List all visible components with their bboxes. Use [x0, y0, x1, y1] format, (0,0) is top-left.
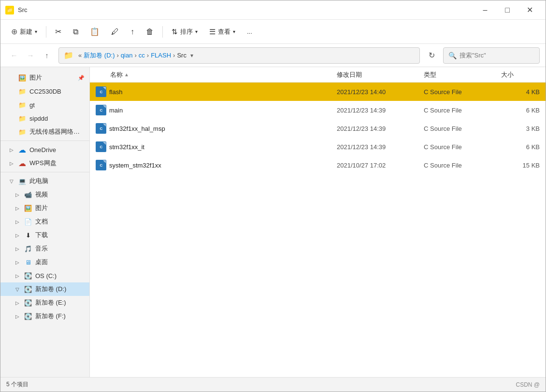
toolbar-divider-2 — [162, 26, 163, 38]
file-icon-area: C — [96, 141, 109, 152]
pc-icon: 💻 — [18, 177, 27, 185]
breadcrumb-drive-icon: 📁 — [64, 51, 73, 60]
search-box[interactable]: 🔍 — [443, 47, 540, 64]
folder-icon: 📁 — [18, 100, 27, 109]
video-icon: 📹 — [24, 190, 32, 199]
file-type: C Source File — [424, 88, 501, 96]
close-button[interactable]: ✕ — [518, 0, 541, 20]
main-content: 🖼️ 图片 📌 📁 CC2530DB 📁 gt 📁 sipddd — [0, 67, 546, 377]
file-date: 2021/12/23 14:39 — [337, 107, 424, 114]
copy-button[interactable]: ⧉ — [68, 25, 83, 39]
sidebar-item-gt[interactable]: 📁 gt — [0, 98, 89, 112]
app-icon: 📁 — [5, 6, 14, 14]
back-button[interactable]: ← — [6, 48, 22, 63]
refresh-button[interactable]: ↻ — [424, 48, 439, 63]
sidebar-item-wps[interactable]: ▷ ☁ WPS网盘 — [0, 156, 89, 170]
paste-icon: 📋 — [90, 27, 100, 36]
share-icon: ↑ — [130, 28, 134, 36]
sidebar-item-cc2530db[interactable]: 📁 CC2530DB — [0, 84, 89, 98]
cut-button[interactable]: ✂ — [50, 24, 66, 39]
delete-button[interactable]: 🗑 — [141, 25, 158, 39]
paste-button[interactable]: 📋 — [85, 24, 104, 39]
table-row[interactable]: C flash 2021/12/23 14:40 C Source File 4… — [90, 83, 546, 101]
file-type: C Source File — [424, 107, 501, 114]
file-name: flash — [109, 88, 337, 96]
file-size: 15 KB — [501, 162, 540, 169]
maximize-button[interactable]: □ — [496, 0, 518, 20]
file-size: 4 KB — [501, 88, 540, 96]
table-row[interactable]: C main 2021/12/23 14:39 C Source File 6 … — [90, 101, 546, 119]
expand-icon: ▷ — [14, 245, 21, 252]
up-button[interactable]: ↑ — [39, 48, 55, 63]
file-name: system_stm32f1xx — [109, 162, 337, 169]
rename-button[interactable]: 🖊 — [106, 25, 124, 39]
share-button[interactable]: ↑ — [126, 25, 139, 39]
breadcrumb-flash[interactable]: FLASH — [151, 52, 171, 59]
c-source-icon: C — [96, 105, 106, 115]
expand-icon: ▷ — [8, 160, 15, 167]
pin-icon: 📌 — [78, 75, 85, 81]
file-name: stm32f1xx_hal_msp — [109, 125, 337, 132]
sidebar-item-osc[interactable]: ▷ 💽 OS (C:) — [0, 269, 89, 282]
sidebar-item-video[interactable]: ▷ 📹 视频 — [0, 188, 89, 201]
expand-icon: ▷ — [14, 218, 21, 225]
expand-icon: ▷ — [14, 191, 21, 198]
col-header-name[interactable]: 名称 ▲ — [96, 70, 337, 79]
breadcrumb-d-drive[interactable]: 新加卷 (D:) — [84, 51, 115, 60]
sidebar-item-wireless[interactable]: 📁 无线传感器网络… — [0, 125, 89, 139]
file-icon-area: C — [96, 86, 109, 97]
sidebar-divider-1 — [0, 140, 89, 141]
expand-icon — [8, 128, 15, 135]
file-date: 2021/12/23 14:39 — [337, 143, 424, 151]
sidebar-item-music[interactable]: ▷ 🎵 音乐 — [0, 242, 89, 255]
file-size: 3 KB — [501, 125, 540, 132]
sidebar-item-docs[interactable]: ▷ 📄 文档 — [0, 215, 89, 228]
col-header-type[interactable]: 类型 — [424, 70, 501, 79]
sidebar-item-downloads[interactable]: ▷ ⬇ 下载 — [0, 228, 89, 242]
sidebar-item-onedrive[interactable]: ▷ ☁ OneDrive — [0, 143, 89, 156]
sidebar-item-thispc[interactable]: ▽ 💻 此电脑 — [0, 174, 89, 188]
sidebar-item-e-drive[interactable]: ▷ 💽 新加卷 (E:) — [0, 296, 89, 309]
sort-button[interactable]: ⇅ 排序 ▾ — [167, 25, 202, 39]
sidebar-item-f-drive[interactable]: ▷ 💽 新加卷 (F:) — [0, 309, 89, 323]
expand-icon: ▷ — [8, 146, 15, 153]
sort-arrow: ▲ — [124, 72, 129, 77]
view-button[interactable]: ☰ 查看 ▾ — [204, 25, 240, 39]
sidebar-item-d-drive[interactable]: ▽ 💽 新加卷 (D:) — [0, 282, 89, 296]
downloads-icon: ⬇ — [24, 231, 32, 239]
file-icon-area: C — [96, 105, 109, 115]
more-button[interactable]: ... — [242, 25, 257, 38]
breadcrumb[interactable]: 📁 « 新加卷 (D:) › qian › cc › FLASH › Src ▾ — [58, 47, 420, 64]
sidebar: 🖼️ 图片 📌 📁 CC2530DB 📁 gt 📁 sipddd — [0, 67, 90, 377]
sidebar-item-pictures2[interactable]: ▷ 🖼️ 图片 — [0, 201, 89, 215]
table-row[interactable]: C system_stm32f1xx 2021/10/27 17:02 C So… — [90, 156, 546, 174]
breadcrumb-qian[interactable]: qian — [121, 52, 133, 59]
sidebar-item-sipddd[interactable]: 📁 sipddd — [0, 112, 89, 125]
new-button[interactable]: ⊕ 新建 ▾ — [6, 24, 42, 39]
breadcrumb-cc[interactable]: cc — [139, 52, 145, 59]
search-input[interactable] — [460, 52, 534, 59]
col-header-size[interactable]: 大小 — [501, 70, 540, 79]
breadcrumb-chevron[interactable]: ▾ — [190, 52, 193, 59]
file-date: 2021/12/23 14:39 — [337, 125, 424, 132]
f-drive-icon: 💽 — [24, 312, 32, 321]
search-icon: 🔍 — [448, 52, 457, 59]
expand-icon: ▽ — [14, 286, 21, 293]
file-name: stm32f1xx_it — [109, 143, 337, 151]
expand-icon: ▷ — [14, 259, 21, 266]
osc-icon: 💽 — [24, 271, 32, 280]
minimize-button[interactable]: – — [474, 0, 496, 20]
status-count: 5 个项目 — [6, 380, 29, 389]
table-row[interactable]: C stm32f1xx_hal_msp 2021/12/23 14:39 C S… — [90, 119, 546, 138]
toolbar: ⊕ 新建 ▾ ✂ ⧉ 📋 🖊 ↑ 🗑 ⇅ 排序 ▾ ☰ 查 — [0, 20, 546, 44]
file-size: 6 KB — [501, 143, 540, 151]
status-bar: 5 个项目 CSDN @ — [0, 377, 546, 392]
sidebar-item-pictures[interactable]: 🖼️ 图片 📌 — [0, 71, 89, 84]
table-row[interactable]: C stm32f1xx_it 2021/12/23 14:39 C Source… — [90, 138, 546, 156]
folder-icon: 📁 — [18, 114, 27, 123]
col-header-date[interactable]: 修改日期 — [337, 70, 424, 79]
sidebar-item-desktop[interactable]: ▷ 🖥 桌面 — [0, 255, 89, 269]
forward-button[interactable]: → — [23, 48, 38, 63]
folder-icon: 📁 — [18, 87, 27, 96]
sort-icon: ⇅ — [172, 28, 178, 36]
